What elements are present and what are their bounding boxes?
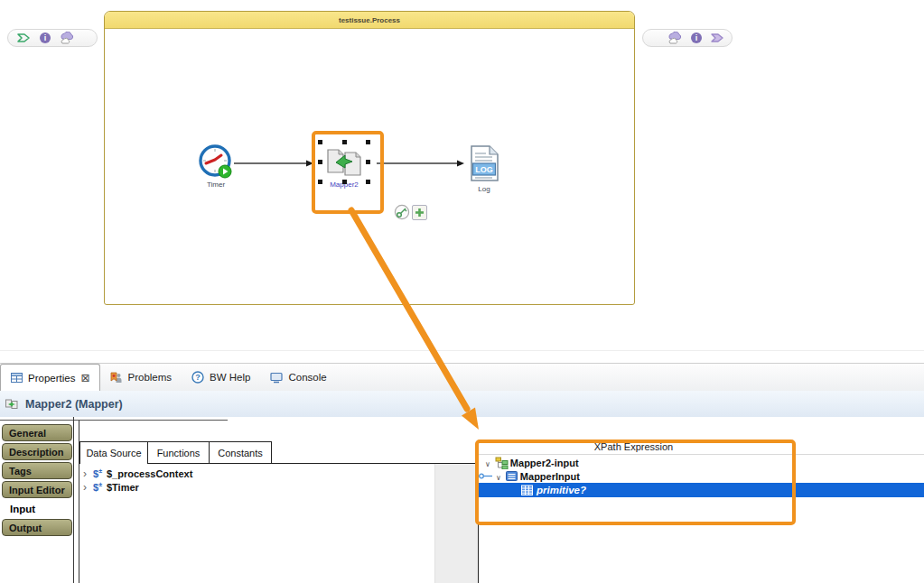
- sidebar-item-description[interactable]: Description: [2, 443, 72, 460]
- tree-row-primitive-selected[interactable]: primitive?: [479, 483, 924, 497]
- properties-header-title: Mapper2 (Mapper): [25, 398, 123, 411]
- tree-row-process-context[interactable]: $± $_processContext: [83, 467, 192, 480]
- tab-label: BW Help: [210, 372, 250, 383]
- chevron-down-icon[interactable]: [485, 458, 490, 468]
- svg-text:i: i: [44, 33, 47, 42]
- bw-designer-window: testissue.Process i i: [0, 0, 924, 583]
- cloud-icon[interactable]: [59, 31, 75, 45]
- add-activity-button[interactable]: [412, 205, 427, 220]
- tab-label: Problems: [127, 372, 172, 383]
- create-transition-icon[interactable]: [15, 31, 32, 45]
- table-icon: [521, 485, 533, 496]
- tab-constants[interactable]: Constants: [209, 441, 272, 463]
- mapper-activity[interactable]: [320, 142, 369, 182]
- link-icon: [478, 472, 494, 480]
- tree-label: primitive?: [537, 485, 586, 495]
- sidebar-item-general[interactable]: General: [2, 424, 72, 441]
- log-badge: LOG: [475, 165, 493, 174]
- link-tool-button[interactable]: [394, 204, 410, 224]
- sidebar-item-input-editor[interactable]: Input Editor: [2, 481, 72, 498]
- tab-properties[interactable]: Properties ⊠: [0, 364, 100, 391]
- sidebar-item-output[interactable]: Output: [2, 519, 72, 536]
- console-icon: [270, 372, 283, 384]
- timer-clock-icon: [197, 143, 237, 181]
- tree-label: MapperInput: [520, 471, 580, 482]
- scrollbar-track[interactable]: [434, 464, 479, 583]
- properties-icon: [11, 372, 23, 384]
- panel-border: [73, 417, 74, 583]
- tree-label: $Timer: [107, 482, 139, 493]
- selection-handle[interactable]: [366, 180, 370, 184]
- process-title: testissue.Process: [339, 16, 400, 24]
- selection-handle[interactable]: [318, 180, 322, 184]
- selection-handle[interactable]: [342, 180, 347, 184]
- transition-icon[interactable]: [709, 31, 724, 45]
- chevron-right-icon[interactable]: [83, 481, 87, 494]
- canvas-toolbar-left: i: [7, 29, 98, 47]
- tab-data-source[interactable]: Data Source: [79, 441, 148, 464]
- tree-row-mapper-input[interactable]: MapperInput: [478, 469, 580, 483]
- selection-handle[interactable]: [342, 140, 347, 144]
- svg-text:i: i: [695, 33, 697, 42]
- problems-icon: [110, 372, 122, 384]
- mapper-pages-icon: [325, 147, 363, 178]
- tree-label: $_processContext: [107, 468, 192, 479]
- log-icon: LOG: [469, 144, 499, 182]
- close-icon[interactable]: ⊠: [80, 372, 89, 384]
- tab-label: Properties: [28, 373, 75, 384]
- selection-handle[interactable]: [318, 160, 322, 164]
- process-canvas[interactable]: testissue.Process: [104, 11, 635, 305]
- info-icon[interactable]: i: [688, 31, 704, 45]
- canvas-toolbar-right: i: [642, 29, 733, 47]
- help-icon: ?: [191, 371, 204, 384]
- variable-icon: $±: [93, 481, 102, 493]
- tab-console[interactable]: Console: [260, 364, 336, 391]
- tree-row-mapper2-input[interactable]: Mapper2-input: [485, 456, 579, 469]
- tab-functions[interactable]: Functions: [147, 441, 210, 463]
- column-header-underline: [479, 454, 924, 455]
- tab-label: Console: [288, 372, 326, 383]
- view-tab-bar: Properties ⊠ Problems ? BW Help Console: [0, 363, 924, 391]
- selection-handle[interactable]: [366, 140, 370, 144]
- chevron-right-icon[interactable]: [83, 467, 87, 480]
- tree-label: Mapper2-input: [510, 458, 579, 468]
- log-label: Log: [469, 185, 499, 193]
- properties-header: Mapper2 (Mapper): [0, 391, 924, 417]
- selection-handle[interactable]: [318, 140, 322, 144]
- sidebar-item-tags[interactable]: Tags: [2, 462, 72, 479]
- log-activity[interactable]: LOG: [469, 144, 499, 186]
- tab-bw-help[interactable]: ? BW Help: [182, 364, 260, 391]
- cloud-icon[interactable]: [667, 31, 683, 45]
- tab-problems[interactable]: Problems: [100, 364, 182, 391]
- timer-activity[interactable]: [197, 143, 237, 185]
- info-icon[interactable]: i: [37, 31, 53, 45]
- panel-border: [0, 420, 228, 421]
- chevron-down-icon[interactable]: [496, 471, 501, 482]
- process-title-bar: testissue.Process: [105, 12, 634, 29]
- selection-handle[interactable]: [366, 160, 370, 164]
- xpath-column-header[interactable]: XPath Expression: [479, 441, 789, 452]
- tree-row-timer-var[interactable]: $± $Timer: [83, 480, 139, 494]
- editor-sash[interactable]: [0, 350, 924, 351]
- mapper-mini-icon: [5, 399, 18, 410]
- schema-root-icon: [495, 457, 509, 469]
- variable-icon: $±: [93, 467, 102, 479]
- svg-text:?: ?: [195, 373, 201, 382]
- element-icon: [506, 470, 518, 482]
- sidebar-item-input[interactable]: Input: [2, 500, 72, 517]
